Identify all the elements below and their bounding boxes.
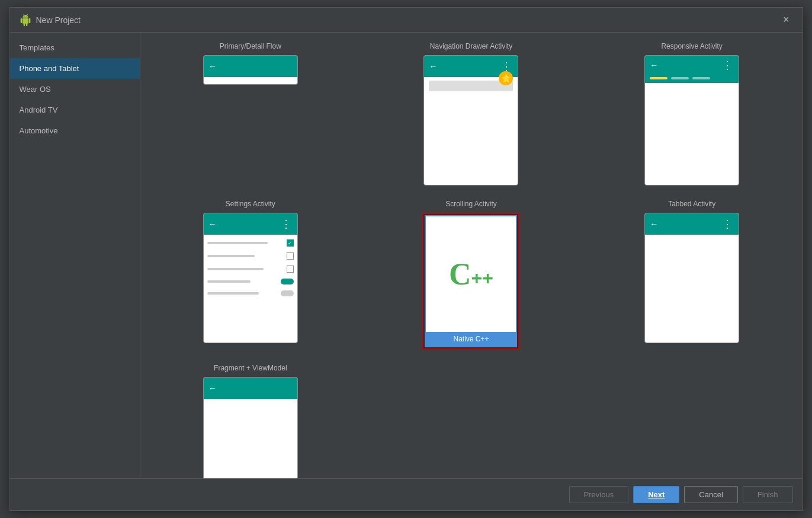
close-button[interactable]: × — [779, 12, 793, 27]
finish-button[interactable]: Finish — [743, 486, 793, 503]
dialog-body: Templates Phone and Tablet Wear OS Andro… — [10, 33, 803, 478]
sidebar-item-android-tv[interactable]: Android TV — [10, 100, 140, 120]
cpp-logo-preview: C ++ — [426, 216, 516, 332]
tabbed-preview: ← ⋮ — [644, 213, 739, 343]
template-tabbed-activity[interactable]: Tabbed Activity ← ⋮ — [591, 200, 793, 350]
nav-back-arrow: ← — [429, 62, 437, 71]
templates-grid: Primary/Detail Flow ← Navigation Drawer … — [150, 42, 793, 478]
new-project-dialog: New Project × Templates Phone and Tablet… — [9, 7, 803, 511]
template-fragment-viewmodel[interactable]: Fragment + ViewModel ← — [150, 364, 352, 478]
fragment-viewmodel-preview: ← — [203, 377, 298, 478]
responsive-preview: ← ⋮ — [644, 55, 739, 186]
previous-button[interactable]: Previous — [569, 486, 629, 503]
native-cpp-label-bar: Native C++ — [426, 332, 516, 346]
cancel-button[interactable]: Cancel — [684, 486, 737, 503]
next-button[interactable]: Next — [633, 486, 679, 503]
dialog-title-text: New Project — [36, 15, 81, 25]
primary-detail-preview-partial: ← — [203, 55, 298, 85]
sidebar-section-title: Templates — [10, 40, 140, 58]
template-scrolling-activity[interactable]: Scrolling Activity C ++ Native C++ — [370, 200, 572, 350]
sidebar-item-automotive[interactable]: Automotive — [10, 120, 140, 141]
template-settings-activity[interactable]: Settings Activity ← ⋮ ✓ — [150, 200, 352, 350]
nav-drawer-preview: ← ⋮ ⭐ — [423, 55, 518, 186]
template-responsive-activity[interactable]: Responsive Activity ← ⋮ — [591, 42, 793, 186]
native-cpp-selected-inner: C ++ Native C++ — [425, 215, 517, 347]
settings-preview: ← ⋮ ✓ — [203, 213, 298, 343]
templates-grid-container: Primary/Detail Flow ← Navigation Drawer … — [140, 33, 803, 478]
dialog-footer: Previous Next Cancel Finish — [10, 478, 803, 510]
template-navigation-drawer[interactable]: Navigation Drawer Activity ← ⋮ ⭐ — [370, 42, 572, 186]
native-cpp-selected-outer: C ++ Native C++ — [422, 213, 519, 350]
android-icon — [20, 14, 31, 26]
sidebar-item-phone-tablet[interactable]: Phone and Tablet — [10, 58, 140, 79]
template-primary-detail-flow[interactable]: Primary/Detail Flow ← — [150, 42, 352, 186]
dialog-titlebar: New Project × — [10, 8, 803, 33]
sidebar: Templates Phone and Tablet Wear OS Andro… — [10, 33, 140, 478]
dialog-title-left: New Project — [20, 14, 81, 26]
sidebar-item-wear-os[interactable]: Wear OS — [10, 79, 140, 100]
